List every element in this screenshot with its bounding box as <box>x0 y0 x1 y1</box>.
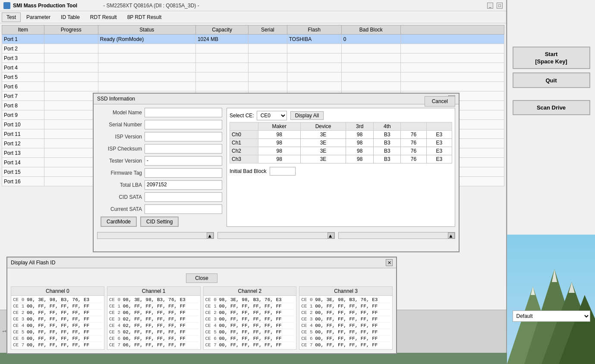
flash-close-button[interactable]: Close <box>186 273 217 283</box>
ce-channel-label: Ch0 <box>230 131 258 139</box>
flash-data-row: CE 400, FF, FF, FF, FF, FF <box>301 323 390 329</box>
tab-rdt-result[interactable]: RDT Result <box>85 13 122 22</box>
flash-hex-data: 00, FF, FF, FF, FF, FF <box>315 336 378 341</box>
minimize-button[interactable]: _ <box>487 3 493 9</box>
flash-ce-label: CE 4 <box>109 323 121 328</box>
flash-hex-data: 00, FF, FF, FF, FF, FF <box>27 342 89 348</box>
port-data-cell <box>44 129 98 139</box>
ce-header-row: Select CE: CE0 CE1 CE2 CE3 Display All <box>230 111 452 120</box>
current-sata-input[interactable] <box>145 204 222 214</box>
flash-data-row: CE 098, 3E, 98, B3, 76, E3 <box>301 297 390 303</box>
port-data-cell <box>44 72 98 82</box>
ce-hex-value: 98 <box>346 131 374 139</box>
port-data-cell <box>401 63 504 72</box>
flash-data-row: CE 302, FF, FF, FF, FF, FF <box>109 316 198 323</box>
scan-drive-button[interactable]: Scan Drive <box>513 100 590 115</box>
port-name-cell: Port 4 <box>2 63 44 72</box>
port-data-cell <box>401 72 504 82</box>
flash-ce-label: CE 6 <box>109 336 121 341</box>
isp-version-row: ISP Version <box>97 132 222 141</box>
col-item: Item <box>2 25 44 35</box>
table-row[interactable]: Port 4 <box>2 63 504 72</box>
flash-data-row: CE 098, 3E, 98, B3, 76, E3 <box>205 297 295 303</box>
initial-bad-block-row: Initial Bad Block <box>230 167 452 176</box>
flash-ce-label: CE 1 <box>301 304 313 309</box>
port-name-cell: Port 3 <box>2 53 44 63</box>
flash-ce-label: CE 4 <box>205 323 217 328</box>
initial-bad-block-input[interactable] <box>270 167 296 176</box>
flash-data-row: CE 098, 3E, 98, B3, 76, E3 <box>13 297 102 303</box>
flash-ce-label: CE 3 <box>13 317 25 322</box>
isp-checksum-label: ISP Checksum <box>97 146 145 152</box>
ce-channel-label: Ch2 <box>230 147 258 155</box>
firmware-tag-input[interactable] <box>145 168 222 178</box>
port-data-cell <box>249 53 287 63</box>
ce-hex-value: 76 <box>401 131 426 139</box>
card-mode-button[interactable]: CardMode <box>101 217 137 227</box>
ssd-cancel-button[interactable]: Cancel <box>425 96 455 107</box>
table-row[interactable]: Port 6 <box>2 82 504 91</box>
port-data-cell <box>195 53 248 63</box>
cid-setting-button[interactable]: CID Setting <box>140 217 179 227</box>
flash-ce-label: CE 1 <box>13 304 25 309</box>
flash-channel: Channel 1CE 098, 3E, 98, B3, 76, E3CE 10… <box>107 286 201 350</box>
scroll-right-1[interactable]: ▲ <box>207 232 214 238</box>
tab-8p-rdt-result[interactable]: 8P RDT Result <box>123 13 167 22</box>
start-button[interactable]: Start[Space Key] <box>513 47 590 69</box>
tester-version-value: - <box>145 156 222 166</box>
mountain-background <box>507 235 595 364</box>
tester-version-label: Tester Version <box>97 158 145 164</box>
ce-hex-value: 98 <box>258 139 300 147</box>
flash-data-row: CE 402, FF, FF, FF, FF, FF <box>109 323 198 329</box>
ce-col-maker: Maker <box>258 122 300 131</box>
isp-checksum-input[interactable] <box>145 144 222 154</box>
flash-channel-header: Channel 0 <box>11 287 104 296</box>
ce-select-dropdown[interactable]: CE0 CE1 CE2 CE3 <box>257 111 287 120</box>
model-name-input[interactable] <box>145 108 222 117</box>
flash-close-x-button[interactable]: ✕ <box>386 259 393 266</box>
port-data-cell <box>44 63 98 72</box>
maximize-button[interactable]: □ <box>497 3 503 9</box>
cid-sata-input[interactable] <box>145 192 222 202</box>
ce-hex-value: B3 <box>374 139 401 147</box>
col-serial: Serial <box>249 25 287 35</box>
cid-sata-row: CID SATA <box>97 192 222 202</box>
quit-button[interactable]: Quit <box>513 72 590 88</box>
flash-dialog-title-bar: Display All Flash ID ✕ <box>7 257 396 268</box>
port-data-cell <box>249 72 287 82</box>
flash-channel-body: CE 098, 3E, 98, B3, 76, E3CE 100, FF, FF… <box>299 296 392 349</box>
firmware-tag-label: Firmware Tag <box>97 170 145 176</box>
table-row[interactable]: Port 1Ready (RomMode)1024 MBTOSHIBA0 <box>2 35 504 44</box>
port-data-cell <box>44 177 98 186</box>
table-row[interactable]: Port 3 <box>2 53 504 63</box>
display-all-button[interactable]: Display All <box>290 111 324 120</box>
isp-version-input[interactable] <box>145 132 222 141</box>
flash-ce-label: CE 0 <box>109 297 121 302</box>
tab-parameter[interactable]: Parameter <box>22 13 55 22</box>
scroll-right-3[interactable]: ▲ <box>448 232 455 238</box>
serial-number-input[interactable] <box>145 120 222 129</box>
flash-data-row: CE 400, FF, FF, FF, FF, FF <box>13 323 102 329</box>
port-data-cell <box>287 72 341 82</box>
card-mode-row: CardMode CID Setting <box>97 217 222 227</box>
default-dropdown[interactable]: Default <box>513 311 590 322</box>
tab-id-table[interactable]: ID Table <box>56 13 85 22</box>
port-name-cell: Port 1 <box>2 35 44 44</box>
table-row[interactable]: Port 5 <box>2 72 504 82</box>
flash-data-row: CE 706, FF, FF, FF, FF, FF <box>109 342 198 348</box>
port-name-cell: Port 10 <box>2 120 44 129</box>
table-row[interactable]: Port 2 <box>2 44 504 53</box>
current-sata-label: Current SATA <box>97 206 145 212</box>
flash-data-row: CE 106, FF, FF, FF, FF, FF <box>109 303 198 310</box>
col-bad-block: Bad Block <box>341 25 400 35</box>
ce-hex-value: 3E <box>300 155 346 163</box>
flash-channel-body: CE 098, 3E, 98, B3, 76, E3CE 100, FF, FF… <box>11 296 104 349</box>
flash-hex-data: 00, FF, FF, FF, FF, FF <box>219 310 282 315</box>
flash-data-row: CE 606, FF, FF, FF, FF, FF <box>109 336 198 342</box>
ce-col-4th: 4th <box>374 122 401 131</box>
scroll-right-2[interactable]: ▲ <box>327 232 334 238</box>
port-data-cell <box>249 63 287 72</box>
tab-test[interactable]: Test <box>2 13 21 22</box>
ce-col-3rd: 3rd <box>346 122 374 131</box>
port-name-cell: Port 11 <box>2 129 44 139</box>
